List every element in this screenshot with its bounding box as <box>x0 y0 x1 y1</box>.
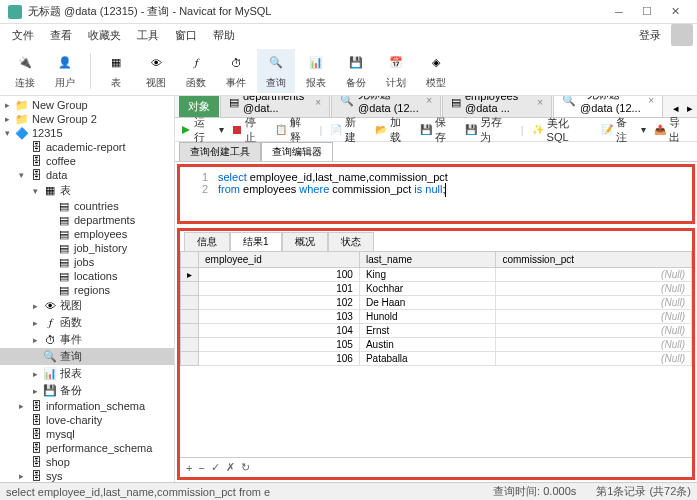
statusbar: select employee_id,last_name,commission_… <box>0 482 697 500</box>
db-icon: 🗄 <box>29 456 43 468</box>
status-time: 查询时间: 0.000s <box>493 484 576 499</box>
tree-coffee[interactable]: 🗄coffee <box>0 154 174 168</box>
tree-jobs[interactable]: ▤jobs <box>0 255 174 269</box>
table-row[interactable]: 102De Haan(Null) <box>181 296 692 310</box>
run-button[interactable]: 运行 ▾ <box>181 115 224 145</box>
tree-表[interactable]: ▾▦表 <box>0 182 174 199</box>
saveas-button[interactable]: 💾另存为 <box>465 115 513 145</box>
tree-mysql[interactable]: 🗄mysql <box>0 427 174 441</box>
load-button[interactable]: 📂加载 <box>375 115 412 145</box>
result-grid[interactable]: employee_idlast_namecommission_pct▸100Ki… <box>180 251 692 457</box>
new-button[interactable]: 📄新建 <box>330 115 367 145</box>
toolbar-连接[interactable]: 🔌连接 <box>6 49 44 93</box>
tree-事件[interactable]: ▸⏱事件 <box>0 331 174 348</box>
editor-tab[interactable]: 查询编辑器 <box>261 142 333 161</box>
toolbar-函数[interactable]: 𝑓函数 <box>177 49 215 93</box>
close-button[interactable]: ✕ <box>661 2 689 22</box>
menu-查看[interactable]: 查看 <box>42 26 80 45</box>
refresh[interactable]: ↻ <box>241 461 250 474</box>
explain-button[interactable]: 📋解释 <box>275 115 312 145</box>
avatar[interactable] <box>671 24 693 46</box>
模型-icon: ◈ <box>425 52 447 74</box>
result-tab-概况[interactable]: 概况 <box>282 232 328 251</box>
col-employee_id[interactable]: employee_id <box>199 252 360 268</box>
notes-button[interactable]: 📝备注 ▾ <box>601 115 646 145</box>
app-icon <box>8 5 22 19</box>
tree-information_schema[interactable]: ▸🗄information_schema <box>0 399 174 413</box>
menu-收藏夹[interactable]: 收藏夹 <box>80 26 129 45</box>
tree-departments[interactable]: ▤departments <box>0 213 174 227</box>
tree-shop[interactable]: 🗄shop <box>0 455 174 469</box>
tree-academic-report[interactable]: 🗄academic-report <box>0 140 174 154</box>
toolbar-计划[interactable]: 📅计划 <box>377 49 415 93</box>
toolbar-视图[interactable]: 👁视图 <box>137 49 175 93</box>
col-commission_pct[interactable]: commission_pct <box>496 252 692 268</box>
del-row[interactable]: − <box>198 462 204 474</box>
commit[interactable]: ✓ <box>211 461 220 474</box>
tree-countries[interactable]: ▤countries <box>0 199 174 213</box>
close-icon[interactable]: × <box>315 97 321 108</box>
result-tab-结果1[interactable]: 结果1 <box>230 232 282 251</box>
sidebar[interactable]: ▸📁New Group▸📁New Group 2▾🔷12315🗄academic… <box>0 96 175 482</box>
toolbar-模型[interactable]: ◈模型 <box>417 49 455 93</box>
menu-帮助[interactable]: 帮助 <box>205 26 243 45</box>
tree-查询[interactable]: 🔍查询 <box>0 348 174 365</box>
sql-editor[interactable]: 1select employee_id,last_name,commission… <box>177 164 695 224</box>
add-row[interactable]: + <box>186 462 192 474</box>
tree-data[interactable]: ▾🗄data <box>0 168 174 182</box>
tree-locations[interactable]: ▤locations <box>0 269 174 283</box>
tree-12315[interactable]: ▾🔷12315 <box>0 126 174 140</box>
beautify-button[interactable]: ✨美化 SQL <box>532 116 594 143</box>
login-link[interactable]: 登录 <box>639 28 661 43</box>
result-tab-信息[interactable]: 信息 <box>184 232 230 251</box>
连接-icon: 🔌 <box>14 52 36 74</box>
tree-employees[interactable]: ▤employees <box>0 227 174 241</box>
menubar: 文件查看收藏夹工具窗口帮助 登录 <box>0 24 697 46</box>
tree-报表[interactable]: ▸📊报表 <box>0 365 174 382</box>
table-row[interactable]: 101Kochhar(Null) <box>181 282 692 296</box>
table-row[interactable]: 106Pataballa(Null) <box>181 352 692 366</box>
close-icon[interactable]: × <box>648 96 654 106</box>
tree-视图[interactable]: ▸👁视图 <box>0 297 174 314</box>
col-last_name[interactable]: last_name <box>359 252 496 268</box>
tree-job_history[interactable]: ▤job_history <box>0 241 174 255</box>
tree-sys[interactable]: ▸🗄sys <box>0 469 174 482</box>
toolbar-查询[interactable]: 🔍查询 <box>257 49 295 93</box>
table-row[interactable]: ▸100King(Null) <box>181 268 692 282</box>
toolbar-备份[interactable]: 💾备份 <box>337 49 375 93</box>
toolbar-事件[interactable]: ⏱事件 <box>217 49 255 93</box>
menu-文件[interactable]: 文件 <box>4 26 42 45</box>
close-icon[interactable]: × <box>537 97 543 108</box>
db-icon: 🗄 <box>29 470 43 482</box>
tree-New Group 2[interactable]: ▸📁New Group 2 <box>0 112 174 126</box>
toolbar-报表[interactable]: 📊报表 <box>297 49 335 93</box>
tree-函数[interactable]: ▸𝑓函数 <box>0 314 174 331</box>
table-row[interactable]: 105Austin(Null) <box>181 338 692 352</box>
minimize-button[interactable]: ─ <box>605 2 633 22</box>
result-tab-状态[interactable]: 状态 <box>328 232 374 251</box>
tree-performance_schema[interactable]: 🗄performance_schema <box>0 441 174 455</box>
db-icon: 🗄 <box>29 400 43 412</box>
maximize-button[interactable]: ☐ <box>633 2 661 22</box>
tree-备份[interactable]: ▸💾备份 <box>0 382 174 399</box>
cancel[interactable]: ✗ <box>226 461 235 474</box>
tree-regions[interactable]: ▤regions <box>0 283 174 297</box>
用户-icon: 👤 <box>54 52 76 74</box>
builder-tab[interactable]: 查询创建工具 <box>179 142 261 161</box>
menu-工具[interactable]: 工具 <box>129 26 167 45</box>
tree-love-charity[interactable]: 🗄love-charity <box>0 413 174 427</box>
查询-icon: 🔍 <box>265 52 287 74</box>
close-icon[interactable]: × <box>426 96 432 106</box>
table-row[interactable]: 104Ernst(Null) <box>181 324 692 338</box>
toolbar-表[interactable]: ▦表 <box>97 49 135 93</box>
table-icon: ▤ <box>57 242 71 254</box>
save-button[interactable]: 💾保存 <box>420 115 457 145</box>
toolbar-用户[interactable]: 👤用户 <box>46 49 84 93</box>
tree-New Group[interactable]: ▸📁New Group <box>0 98 174 112</box>
报表-icon: 📊 <box>305 52 327 74</box>
content-area: 对象▤departments @dat...×🔍无标题 @data (12...… <box>175 96 697 482</box>
stop-button[interactable]: 停止 <box>232 115 267 145</box>
table-row[interactable]: 103Hunold(Null) <box>181 310 692 324</box>
menu-窗口[interactable]: 窗口 <box>167 26 205 45</box>
export-button[interactable]: 📤导出 <box>654 115 691 145</box>
